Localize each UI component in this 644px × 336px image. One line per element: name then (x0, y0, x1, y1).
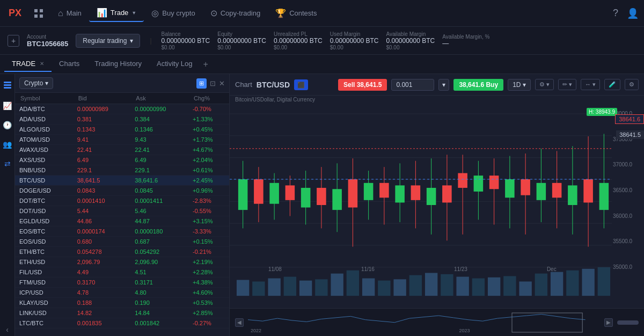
chart-symbol-label: BTC/USD (257, 81, 290, 89)
mode-button[interactable]: ↔ ▾ (581, 79, 600, 90)
table-row[interactable]: LINK/USD 14.82 14.84 +2.85% (15, 308, 229, 318)
table-row[interactable]: BNB/USD 229.1 229.1 +0.61% (15, 165, 229, 176)
mini-scroll-thumb[interactable] (617, 320, 639, 325)
unrealized-pl-usd: $0.00 (274, 45, 323, 50)
equity-metric: Equity 0.00000000 BTC $0.00 (217, 31, 266, 50)
tab-activity-log[interactable]: Activity Log (149, 56, 200, 72)
amount-dropdown[interactable]: ▾ (438, 79, 449, 91)
nav-item-copy-trading[interactable]: ⊙ Copy-trading (203, 5, 268, 21)
settings-button[interactable]: ⚙ (625, 79, 639, 90)
price-tag-2: 38641.5 (616, 130, 644, 139)
price-tag-1: 38641.6 (615, 114, 644, 124)
add-account-button[interactable]: + (8, 35, 19, 47)
tabs-row: TRADE ✕ Charts Trading History Activity … (0, 55, 644, 74)
sidebar-icon-layers[interactable] (1, 78, 14, 93)
table-row[interactable]: EOS/USD 0.680 0.687 +0.15% (15, 237, 229, 247)
balance-value: 0.00000000 BTC (162, 37, 210, 45)
available-margin-usd: $0.00 (386, 45, 435, 50)
svg-rect-1 (40, 9, 43, 12)
table-row[interactable]: ADA/USD 0.381 0.384 +1.33% (15, 114, 229, 125)
help-icon[interactable]: ? (613, 8, 618, 19)
table-body: ADA/BTC 0.00000989 0.00000990 -0.70% ADA… (15, 104, 229, 336)
logo: PX (5, 4, 25, 23)
tab-close-icon[interactable]: ✕ (40, 61, 44, 67)
table-row[interactable]: AXS/USD 6.49 6.49 +2.04% (15, 155, 229, 165)
used-margin-usd: $0.00 (330, 45, 379, 50)
account-info: Account BTC1056685 (27, 34, 68, 48)
table-row[interactable]: FIL/USD 4.49 4.51 +2.28% (15, 267, 229, 277)
used-margin-metric: Used Margin 0.00000000 BTC $0.00 (330, 31, 379, 50)
table-row[interactable]: ALGO/USD 0.1343 0.1346 +0.45% (15, 125, 229, 135)
sidebar-icon-swap[interactable]: ⇄ (2, 157, 13, 170)
mini-chart-bar: ◀ ▶ (230, 308, 644, 336)
chart-title-label: Chart (235, 81, 252, 89)
table-row[interactable]: ETH/USD 2,096.79 2,096.90 +2.19% (15, 257, 229, 267)
table-row[interactable]: DOT/BTC 0.0001410 0.0001411 -2.83% (15, 196, 229, 206)
table-row[interactable]: LTC/BTC 0.001835 0.001842 -0.27% (15, 318, 229, 328)
tab-charts[interactable]: Charts (52, 56, 87, 72)
nav-right-button[interactable]: ▶ (604, 318, 613, 327)
tab-trading-history[interactable]: Trading History (87, 56, 149, 72)
svg-rect-6 (4, 87, 11, 89)
nav-item-buy-crypto[interactable]: ◎ Buy crypto (144, 5, 202, 21)
table-row[interactable]: DOT/USD 5.44 5.46 -0.55% (15, 206, 229, 216)
nav-left-button[interactable]: ◀ (235, 318, 244, 327)
equity-label: Equity (217, 31, 266, 37)
account-bar: + Account BTC1056685 Regular trading ▾ |… (0, 27, 644, 55)
trading-type-button[interactable]: Regular trading ▾ (76, 34, 140, 48)
tab-add-button[interactable]: + (200, 60, 211, 69)
amount-input[interactable] (391, 79, 434, 91)
draw-tool-button[interactable]: ✏ ▾ (558, 79, 576, 90)
available-margin-metric: Available Margin 0.00000000 BTC $0.00 (386, 31, 435, 50)
svg-rect-2 (34, 14, 38, 18)
available-margin-pct-label: Available Margin, % (442, 34, 489, 40)
table-row[interactable]: EOS/BTC 0.0000174 0.0000180 -3.33% (15, 227, 229, 237)
user-icon[interactable]: 👤 (627, 8, 639, 19)
tab-trade[interactable]: TRADE ✕ (4, 56, 52, 72)
nav-item-trade[interactable]: 📊 Trade ▼ (89, 4, 144, 22)
dropdown-arrow-icon: ▾ (45, 79, 48, 87)
unrealized-pl-value: 0.00000000 BTC (274, 37, 323, 45)
panel-search-icon[interactable]: ⊞ (196, 78, 207, 89)
top-nav: PX ⌂ Main 📊 Trade ▼ ◎ Buy crypto ⊙ Copy-… (0, 0, 644, 27)
available-margin-value: 0.00000000 BTC (386, 37, 435, 45)
nav-item-main[interactable]: ⌂ Main (50, 5, 89, 21)
account-id: BTC1056685 (27, 40, 68, 48)
svg-rect-3 (40, 14, 43, 18)
svg-rect-4 (4, 82, 11, 83)
sidebar-icon-chart[interactable]: 📈 (1, 99, 14, 112)
crypto-dropdown[interactable]: Crypto ▾ (19, 77, 53, 89)
table-row[interactable]: ETH/BTC 0.054278 0.054292 -0.21% (15, 247, 229, 257)
sidebar-collapse-icon[interactable]: ‹ (4, 323, 11, 336)
table-row[interactable]: AVAX/USD 22.41 22.41 +4.67% (15, 145, 229, 155)
sidebar-icon-people[interactable]: 👥 (1, 138, 14, 151)
timeframe-button[interactable]: 1D ▾ (508, 79, 531, 91)
table-row[interactable]: ATOM/USD 9.41 9.43 +1.73% (15, 135, 229, 145)
table-row[interactable]: ICP/USD 4.78 4.80 +4.60% (15, 288, 229, 298)
chart-area: Chart BTC/USD ⬛ Sell 38,641.5 ▾ 38,641.6… (230, 74, 644, 336)
sell-button[interactable]: Sell 38,641.5 (338, 79, 387, 91)
balance-label: Balance (162, 31, 210, 37)
panel-expand-icon[interactable]: ⊡ (210, 79, 216, 87)
panel-close-icon[interactable]: ✕ (219, 79, 225, 87)
svg-rect-5 (4, 84, 11, 86)
symbol-panel: Crypto ▾ ⊞ ⊡ ✕ Symbol Bid Ask Chg% ADA/B… (15, 74, 230, 336)
sidebar-icon-clock[interactable]: 🕐 (1, 119, 14, 132)
table-row[interactable]: BTC/USD 38,641.5 38,641.6 +2.45% (15, 176, 229, 186)
table-row[interactable]: KLAY/USD 0.188 0.190 +0.53% (15, 298, 229, 308)
buy-button[interactable]: 38,641.6 Buy (453, 79, 503, 91)
lab-button[interactable]: 🧪 (604, 79, 620, 90)
used-margin-label: Used Margin (330, 31, 379, 37)
table-row[interactable]: ADA/BTC 0.00000989 0.00000990 -0.70% (15, 104, 229, 114)
equity-usd: $0.00 (217, 45, 266, 50)
indicators-button[interactable]: ⚙ ▾ (535, 79, 554, 90)
chart-subtitle: Bitcoin/USDollar, Digital Currency (230, 96, 644, 104)
category-label: Crypto (24, 79, 43, 87)
chart-blue-icon[interactable]: ⬛ (294, 79, 308, 90)
nav-item-contests[interactable]: 🏆 Contests (268, 5, 324, 21)
table-row[interactable]: FTM/USD 0.3170 0.3171 +4.38% (15, 277, 229, 288)
unrealized-pl-metric: Unrealized PL 0.00000000 BTC $0.00 (274, 31, 323, 50)
table-row[interactable]: DOGE/USD 0.0843 0.0845 +0.96% (15, 186, 229, 196)
nav-grid-icon[interactable] (30, 5, 47, 22)
table-row[interactable]: EGLD/USD 44.86 44.87 +3.15% (15, 216, 229, 227)
